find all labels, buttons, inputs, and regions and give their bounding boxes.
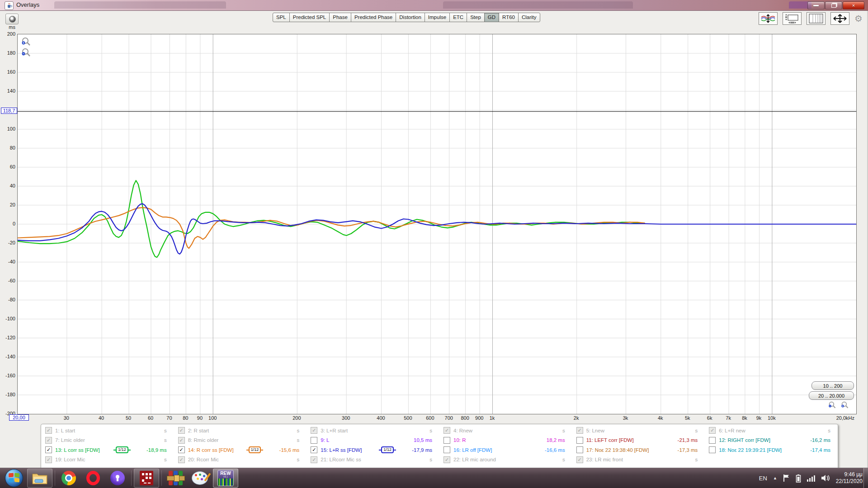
restore-button[interactable] xyxy=(825,1,842,9)
tab-predicted-phase[interactable]: Predicted Phase xyxy=(351,13,396,22)
legend-checkbox[interactable]: ✓ xyxy=(443,427,450,434)
legend-checkbox[interactable]: ✓ xyxy=(178,437,185,444)
legend-row[interactable]: ✓2: R starts xyxy=(174,426,307,436)
spectrogram-thumbnail xyxy=(218,479,233,486)
clock[interactable]: 9:46 μμ 22/11/2020 xyxy=(836,471,863,485)
legend-row[interactable]: 11: LEFT corr [FDW]-21,3 ms xyxy=(572,436,705,446)
show-desktop-button[interactable] xyxy=(863,468,868,488)
legend-row[interactable]: ✓20: Rcorr Mics xyxy=(174,455,307,465)
start-button[interactable] xyxy=(2,469,26,487)
legend-checkbox[interactable] xyxy=(709,437,716,444)
tab-distortion[interactable]: Distortion xyxy=(396,13,425,22)
speaker-icon[interactable] xyxy=(821,474,830,482)
legend-row[interactable]: ✓19: Lcorr Mics xyxy=(41,455,174,465)
settings-gear-icon[interactable]: ⚙ xyxy=(854,14,863,23)
tab-rt60[interactable]: RT60 xyxy=(499,13,519,22)
tab-clarity[interactable]: Clarity xyxy=(518,13,540,22)
language-indicator[interactable]: EN xyxy=(759,475,767,482)
network-signal-icon[interactable] xyxy=(807,474,815,482)
legend-checkbox[interactable]: ✓ xyxy=(443,456,450,463)
tray-date: 22/11/2020 xyxy=(836,478,863,485)
tab-gd[interactable]: GD xyxy=(484,13,499,22)
legend-row[interactable]: 16: LR off [FDW]-16,6 ms xyxy=(439,445,572,455)
legend-checkbox[interactable] xyxy=(709,446,716,453)
taskbar-winrar[interactable] xyxy=(163,469,188,487)
taskbar-opera[interactable] xyxy=(81,469,105,487)
close-button[interactable]: × xyxy=(843,1,864,9)
legend-checkbox[interactable]: ✓ xyxy=(45,437,52,444)
legend-row[interactable]: 18: Νοε 22 19:39:21 [FDW]-17,4 ms xyxy=(705,445,838,455)
legend-row[interactable]: ✓23: LR mic fronts xyxy=(572,455,705,465)
legend-row[interactable]: ✓1: L starts xyxy=(41,426,174,436)
legend-checkbox[interactable]: ✓ xyxy=(576,427,583,434)
measurement-value: s xyxy=(264,457,299,462)
legend-checkbox[interactable] xyxy=(576,446,583,453)
taskbar-chrome[interactable] xyxy=(57,469,81,487)
zoom-out-icon[interactable] xyxy=(828,401,836,409)
frequency-bands-icon[interactable] xyxy=(807,12,826,25)
x-range-button[interactable]: 20 .. 20.000 xyxy=(809,391,854,400)
legend-row[interactable]: 9: L10,5 ms xyxy=(307,436,439,446)
tab-spl[interactable]: SPL xyxy=(273,13,290,22)
legend-checkbox[interactable]: ✓ xyxy=(311,456,317,463)
zoom-out-y-icon[interactable] xyxy=(21,48,31,58)
legend-row[interactable]: ✓3: L+R starts xyxy=(307,426,439,436)
legend-row[interactable]: ✓4: Rnews xyxy=(439,426,572,436)
capture-graph-button[interactable] xyxy=(5,14,19,24)
taskbar-paint[interactable] xyxy=(188,469,212,487)
legend-checkbox[interactable]: ✓ xyxy=(709,427,716,434)
legend-row[interactable]: 10: R18,2 ms xyxy=(439,436,572,446)
battery-icon[interactable] xyxy=(796,474,801,483)
legend-checkbox[interactable]: ✓ xyxy=(178,456,185,463)
taskbar-focus-browser[interactable] xyxy=(105,469,130,487)
legend-checkbox[interactable] xyxy=(443,446,450,453)
trace-arrows-icon[interactable] xyxy=(759,12,778,25)
hidden-icons-arrow[interactable]: ▲ xyxy=(773,476,777,480)
legend-checkbox[interactable]: ✓ xyxy=(576,456,583,463)
x-tick-label: 1k xyxy=(490,415,495,421)
legend-row[interactable]: ✓15: L+R ss [FDW]1/12-17,9 ms xyxy=(307,445,439,455)
tab-impulse[interactable]: Impulse xyxy=(425,13,450,22)
legend-checkbox[interactable]: ✓ xyxy=(311,427,317,434)
measurement-value: s xyxy=(264,437,299,443)
tab-step[interactable]: Step xyxy=(467,13,485,22)
x-tick-label: 9k xyxy=(756,415,762,421)
legend-checkbox[interactable] xyxy=(443,437,450,444)
legend-checkbox[interactable] xyxy=(576,437,583,444)
tab-predicted-spl[interactable]: Predicted SPL xyxy=(289,13,330,22)
legend-checkbox[interactable]: ✓ xyxy=(45,446,52,453)
taskbar-remote-app[interactable] xyxy=(134,469,159,488)
legend-row[interactable]: 12: RIGHT corr [FDW]-16,2 ms xyxy=(705,436,838,446)
x-tick-label: 7k xyxy=(726,415,731,421)
action-center-flag-icon[interactable] xyxy=(783,474,790,482)
tab-phase[interactable]: Phase xyxy=(329,13,351,22)
legend-row[interactable]: ✓5: Lnews xyxy=(572,426,705,436)
legend-checkbox[interactable]: ✓ xyxy=(45,427,52,434)
gd-plot-area[interactable]: 10 .. 200 20 .. 20.000 xyxy=(17,34,857,414)
legend-checkbox[interactable]: ✓ xyxy=(178,427,185,434)
pan-arrows-icon[interactable] xyxy=(830,12,849,25)
legend-checkbox[interactable]: ✓ xyxy=(178,446,185,453)
gd-chart[interactable] xyxy=(18,34,856,414)
measurement-label: 18: Νοε 22 19:39:21 [FDW] xyxy=(719,447,782,453)
tab-etc[interactable]: ETC xyxy=(449,13,467,22)
legend-row[interactable]: ✓8: Rmic olders xyxy=(174,436,307,446)
legend-row[interactable]: ✓22: LR mic arounds xyxy=(439,455,572,465)
minimize-button[interactable] xyxy=(807,1,825,9)
legend-row[interactable]: 17: Νοε 22 19:38:40 [FDW]-17,3 ms xyxy=(572,445,705,455)
taskbar-file-explorer[interactable] xyxy=(27,469,52,488)
thumbnail-view-icon[interactable] xyxy=(783,12,802,25)
legend-row[interactable]: ✓6: L+R news xyxy=(705,426,838,436)
zoom-in-y-icon[interactable] xyxy=(21,37,31,47)
legend-checkbox[interactable] xyxy=(311,437,317,444)
legend-row[interactable]: ✓13: L corr ss [FDW]1/12-18,9 ms xyxy=(41,445,174,455)
legend-checkbox[interactable]: ✓ xyxy=(311,446,317,453)
legend-row[interactable]: ✓7: Lmic olders xyxy=(41,436,174,446)
taskbar-rew-active[interactable]: REW V5.1 xyxy=(213,469,238,488)
x-tick-label: 800 xyxy=(461,415,469,421)
zoom-in-icon[interactable] xyxy=(841,401,849,409)
legend-row[interactable]: ✓14: R corr ss [FDW]1/12-15,6 ms xyxy=(174,445,307,455)
legend-row[interactable]: ✓21: LRcorr Mic sss xyxy=(307,455,439,465)
y-range-button[interactable]: 10 .. 200 xyxy=(811,381,854,390)
legend-checkbox[interactable]: ✓ xyxy=(45,456,52,463)
